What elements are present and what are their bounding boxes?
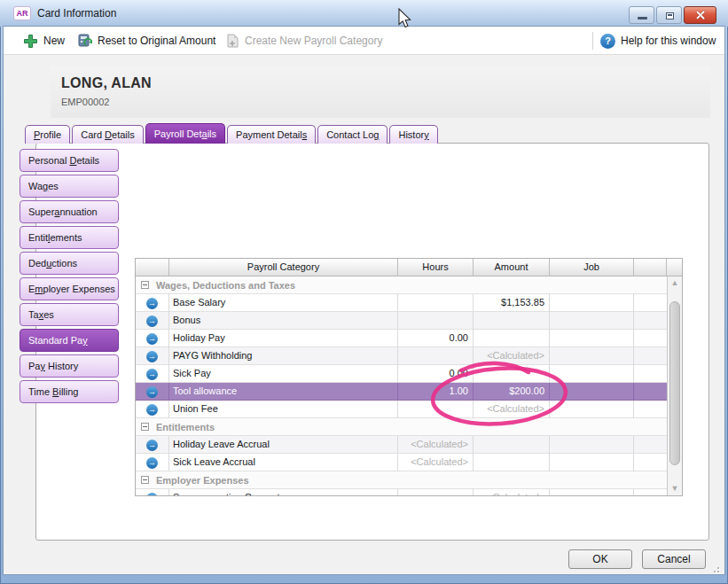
collapse-icon[interactable] [141, 476, 149, 484]
sidebar-item-time-billing[interactable]: Time Billing [20, 380, 119, 403]
row-detail-arrow-icon[interactable]: → [146, 386, 158, 398]
category-cell[interactable]: Bonus [169, 312, 398, 330]
table-row-base-salary[interactable]: → Base Salary $1,153.85 [136, 294, 667, 312]
close-button[interactable] [684, 6, 716, 24]
category-cell[interactable]: Holiday Leave Accrual [169, 436, 398, 454]
amount-cell[interactable]: <Calculated> [474, 347, 550, 365]
sidebar-item-taxes[interactable]: Taxes [20, 303, 119, 326]
column-header-blank[interactable] [136, 259, 169, 276]
job-cell[interactable] [550, 489, 634, 496]
job-cell[interactable] [550, 347, 634, 365]
column-header-hours[interactable]: Hours [398, 259, 474, 276]
hours-cell[interactable]: 0.00 [398, 365, 474, 383]
hours-cell[interactable] [398, 347, 474, 365]
amount-cell[interactable]: <Calculated> [474, 401, 550, 418]
row-detail-arrow-icon[interactable]: → [146, 457, 158, 469]
category-cell[interactable]: Union Fee [169, 401, 398, 418]
table-row-sick-leave-accrual[interactable]: → Sick Leave Accrual <Calculated> [136, 454, 667, 471]
scroll-down-icon[interactable]: ▼ [668, 482, 682, 495]
table-row-bonus[interactable]: → Bonus [136, 312, 667, 330]
category-cell[interactable]: Sick Pay [169, 365, 398, 383]
sidebar-item-standard-pay[interactable]: Standard Pay [20, 329, 119, 352]
sidebar-item-deductions[interactable]: Deductions [20, 252, 119, 275]
hours-cell[interactable] [398, 294, 474, 312]
cancel-button[interactable]: Cancel [642, 549, 706, 569]
hours-cell[interactable]: <Calculated> [398, 454, 474, 471]
row-detail-arrow-icon[interactable]: → [146, 333, 158, 345]
row-detail-arrow-icon[interactable]: → [146, 315, 158, 327]
table-row-payg-withholding[interactable]: → PAYG Withholding <Calculated> [136, 347, 667, 365]
row-detail-arrow-icon[interactable]: → [146, 493, 158, 497]
amount-cell[interactable] [474, 312, 550, 330]
table-row-superannuation-guarantee[interactable]: → Superannuation Guarantee <Calculated> [136, 489, 667, 496]
column-header-payroll-category[interactable]: Payroll Category [169, 259, 398, 276]
category-cell[interactable]: Tool allowance [169, 383, 398, 401]
hours-cell[interactable]: 1.00 [398, 383, 474, 401]
reset-to-original-amount-button[interactable]: Reset to Original Amount [78, 27, 215, 55]
row-detail-arrow-icon[interactable]: → [146, 369, 158, 380]
sidebar-item-superannuation[interactable]: Superannuation [20, 200, 119, 223]
hours-cell[interactable] [398, 401, 474, 418]
row-detail-arrow-icon[interactable]: → [146, 351, 158, 362]
tab-contact-log[interactable]: Contact Log [317, 125, 387, 144]
column-header-job[interactable]: Job [550, 259, 634, 276]
hours-cell[interactable]: <Calculated> [398, 436, 474, 454]
create-new-payroll-category-button[interactable]: Create New Payroll Category [226, 27, 382, 55]
table-row-sick-pay[interactable]: → Sick Pay 0.00 [136, 365, 667, 383]
amount-cell[interactable]: $1,153.85 [474, 294, 550, 312]
job-cell[interactable] [550, 294, 634, 312]
sidebar-item-wages[interactable]: Wages [20, 175, 119, 198]
job-cell[interactable] [550, 454, 634, 471]
column-header-blank2[interactable] [634, 259, 667, 276]
table-scrollbar[interactable]: ▲ ▼ [667, 276, 682, 495]
scroll-up-icon[interactable]: ▲ [668, 276, 682, 290]
group-row-employer-expenses[interactable]: Employer Expenses [136, 471, 667, 489]
ok-button[interactable]: OK [568, 549, 632, 569]
table-row-holiday-leave-accrual[interactable]: → Holiday Leave Accrual <Calculated> [136, 436, 667, 454]
tab-card-details[interactable]: Card Details [72, 125, 144, 144]
amount-cell[interactable]: $200.00 [474, 383, 550, 401]
group-row-entitlements[interactable]: Entitlements [136, 418, 667, 436]
category-cell[interactable]: Holiday Pay [169, 330, 398, 347]
job-cell[interactable] [550, 436, 634, 454]
tab-profile[interactable]: Profile [25, 125, 70, 144]
help-button[interactable]: ? Help for this window [600, 27, 716, 55]
sidebar-item-pay-history[interactable]: Pay History [20, 354, 119, 378]
hours-cell[interactable]: 0.00 [398, 330, 474, 347]
job-cell[interactable] [550, 383, 634, 401]
row-detail-arrow-icon[interactable]: → [146, 440, 158, 451]
tab-history[interactable]: History [389, 125, 437, 144]
amount-cell[interactable] [474, 365, 550, 383]
sidebar-item-employer-expenses[interactable]: Employer Expenses [20, 277, 119, 300]
category-cell[interactable]: Base Salary [169, 294, 398, 312]
new-button[interactable]: New [23, 27, 65, 55]
amount-cell[interactable] [474, 454, 550, 471]
collapse-icon[interactable] [141, 281, 149, 289]
hours-cell[interactable] [398, 489, 474, 496]
table-row-union-fee[interactable]: → Union Fee <Calculated> [136, 401, 667, 418]
category-cell[interactable]: Sick Leave Accrual [169, 454, 398, 471]
amount-cell[interactable] [474, 330, 550, 347]
job-cell[interactable] [550, 365, 634, 383]
column-header-amount[interactable]: Amount [474, 259, 550, 276]
title-bar[interactable]: AR Card Information [0, 0, 728, 27]
restore-button[interactable] [656, 6, 682, 24]
category-cell[interactable]: Superannuation Guarantee [169, 489, 398, 496]
collapse-icon[interactable] [141, 423, 149, 431]
amount-cell[interactable]: <Calculated> [474, 489, 550, 496]
row-detail-arrow-icon[interactable]: → [146, 404, 158, 416]
hours-cell[interactable] [398, 312, 474, 330]
table-row-holiday-pay[interactable]: → Holiday Pay 0.00 [136, 330, 667, 347]
amount-cell[interactable] [474, 436, 550, 454]
group-row-wages[interactable]: Wages, Deductions and Taxes [136, 276, 667, 294]
resize-grip[interactable] [710, 564, 719, 572]
job-cell[interactable] [550, 330, 634, 347]
job-cell[interactable] [550, 401, 634, 418]
sidebar-item-personal-details[interactable]: Personal Details [20, 149, 119, 172]
minimize-button[interactable] [629, 6, 654, 24]
job-cell[interactable] [550, 312, 634, 330]
row-detail-arrow-icon[interactable]: → [146, 298, 158, 309]
tab-payment-details[interactable]: Payment Details [227, 125, 316, 144]
category-cell[interactable]: PAYG Withholding [169, 347, 398, 365]
scrollbar-thumb[interactable] [669, 301, 680, 465]
